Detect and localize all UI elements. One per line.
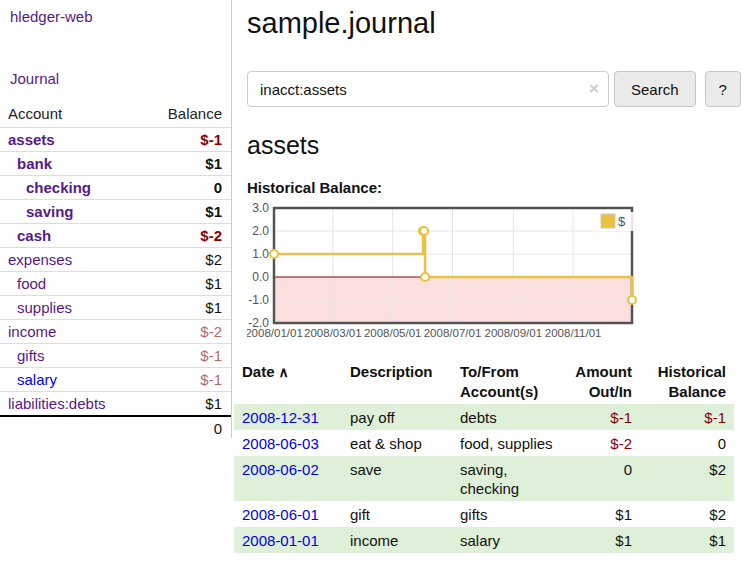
sidebar-item-journal[interactable]: Journal [10, 70, 231, 87]
svg-text:2008/01/01: 2008/01/01 [247, 327, 303, 339]
transaction-row: 2008-06-02savesaving, checking0$2 [234, 456, 734, 501]
account-row: gifts$-1 [0, 344, 231, 368]
account-link[interactable]: supplies [17, 299, 72, 316]
account-tree: Account Balance assets$-1bank$1checking0… [0, 103, 231, 440]
account-link[interactable]: salary [17, 371, 57, 388]
register-body: 2008-12-31pay offdebts$-1$-12008-06-03ea… [234, 404, 734, 553]
account-balance: $1 [142, 392, 231, 417]
sort-ascending-icon: ∧ [275, 364, 289, 380]
transaction-description: eat & shop [342, 430, 452, 456]
transaction-amount: $1 [564, 501, 640, 527]
account-row: checking0 [0, 176, 231, 200]
sidebar: hledger-web Journal Account Balance asse… [0, 0, 232, 438]
chart-label: Historical Balance: [247, 179, 742, 196]
account-row: bank$1 [0, 152, 231, 176]
transaction-description: income [342, 527, 452, 553]
register-col-header: To/FromAccount(s) [452, 360, 564, 404]
svg-text:2008/03/01: 2008/03/01 [304, 327, 362, 339]
account-column-header: Account [0, 103, 142, 128]
svg-text:-1.0: -1.0 [248, 293, 269, 307]
account-heading: assets [247, 131, 742, 160]
svg-text:2.0: 2.0 [252, 224, 269, 238]
account-link[interactable]: expenses [8, 251, 72, 268]
account-row: assets$-1 [0, 128, 231, 152]
transaction-description: save [342, 456, 452, 501]
account-row: cash$-2 [0, 224, 231, 248]
register-col-header[interactable]: Date ∧ [234, 360, 342, 404]
transaction-amount: 0 [564, 456, 640, 501]
transaction-row: 2008-12-31pay offdebts$-1$-1 [234, 404, 734, 430]
account-balance: $1 [142, 296, 231, 320]
svg-text:3.0: 3.0 [252, 201, 269, 215]
account-balance: $1 [142, 272, 231, 296]
transaction-date-link[interactable]: 2008-12-31 [242, 409, 319, 426]
account-link[interactable]: assets [8, 131, 55, 148]
transaction-date-link[interactable]: 2008-06-02 [242, 461, 319, 478]
account-row: saving$1 [0, 200, 231, 224]
account-balance: $1 [142, 152, 231, 176]
svg-text:0.0: 0.0 [252, 270, 269, 284]
balance-column-header: Balance [142, 103, 231, 128]
account-total-row: 0 [0, 416, 231, 440]
account-balance: $-1 [142, 368, 231, 392]
account-link[interactable]: gifts [17, 347, 45, 364]
account-link[interactable]: food [17, 275, 46, 292]
transaction-date-link[interactable]: 2008-06-01 [242, 506, 319, 523]
transaction-balance: $1 [640, 527, 734, 553]
account-balance: $-2 [142, 224, 231, 248]
account-link[interactable]: saving [26, 203, 74, 220]
account-link[interactable]: bank [17, 155, 52, 172]
page-title: sample.journal [247, 6, 742, 41]
account-balance: $-1 [142, 128, 231, 152]
transaction-description: pay off [342, 404, 452, 430]
transaction-balance: $2 [640, 456, 734, 501]
transaction-accounts: gifts [452, 501, 564, 527]
account-row: supplies$1 [0, 296, 231, 320]
account-row: food$1 [0, 272, 231, 296]
transaction-balance: 0 [640, 430, 734, 456]
account-row: liabilities:debts$1 [0, 392, 231, 417]
app-title-link[interactable]: hledger-web [10, 8, 231, 25]
account-link[interactable]: income [8, 323, 56, 340]
transaction-date-link[interactable]: 2008-01-01 [242, 532, 319, 549]
account-balance: $1 [142, 200, 231, 224]
search-form: × Search ? [247, 71, 734, 107]
transaction-accounts: debts [452, 404, 564, 430]
transaction-accounts: salary [452, 527, 564, 553]
account-row: salary$-1 [0, 368, 231, 392]
account-balance: 0 [142, 176, 231, 200]
account-balance: $-2 [142, 320, 231, 344]
search-input[interactable] [247, 71, 609, 107]
account-tree-body: assets$-1bank$1checking0saving$1cash$-2e… [0, 128, 231, 417]
account-link[interactable]: liabilities:debts [8, 395, 106, 412]
account-link[interactable]: checking [26, 179, 91, 196]
help-button[interactable]: ? [705, 71, 741, 107]
transaction-accounts: food, supplies [452, 430, 564, 456]
transaction-description: gift [342, 501, 452, 527]
clear-search-icon[interactable]: × [589, 79, 599, 99]
transaction-date-link[interactable]: 2008-06-03 [242, 435, 319, 452]
transaction-balance: $2 [640, 501, 734, 527]
register-table: Date ∧DescriptionTo/FromAccount(s)Amount… [234, 360, 734, 553]
main-content: sample.journal × Search ? assets Histori… [232, 0, 742, 582]
account-total-balance: 0 [142, 416, 231, 440]
transaction-row: 2008-06-01giftgifts$1$2 [234, 501, 734, 527]
svg-text:1.0: 1.0 [252, 247, 269, 261]
historical-balance-chart[interactable]: $3.02.01.00.0-1.0-2.02008/01/012008/03/0… [247, 201, 741, 343]
transaction-amount: $-1 [564, 404, 640, 430]
register-col-header: Description [342, 360, 452, 404]
register-col-header: AmountOut/In [564, 360, 640, 404]
svg-text:2008/09/01: 2008/09/01 [485, 327, 543, 339]
transaction-amount: $1 [564, 527, 640, 553]
svg-text:2008/07/01: 2008/07/01 [424, 327, 482, 339]
transaction-amount: $-2 [564, 430, 640, 456]
register-col-header: HistoricalBalance [640, 360, 734, 404]
transaction-row: 2008-06-03eat & shopfood, supplies$-20 [234, 430, 734, 456]
account-link[interactable]: cash [17, 227, 51, 244]
account-balance: $2 [142, 248, 231, 272]
transaction-accounts: saving, checking [452, 456, 564, 501]
account-row: income$-2 [0, 320, 231, 344]
account-row: expenses$2 [0, 248, 231, 272]
search-button[interactable]: Search [614, 71, 696, 107]
register-header-row: Date ∧DescriptionTo/FromAccount(s)Amount… [234, 360, 734, 404]
